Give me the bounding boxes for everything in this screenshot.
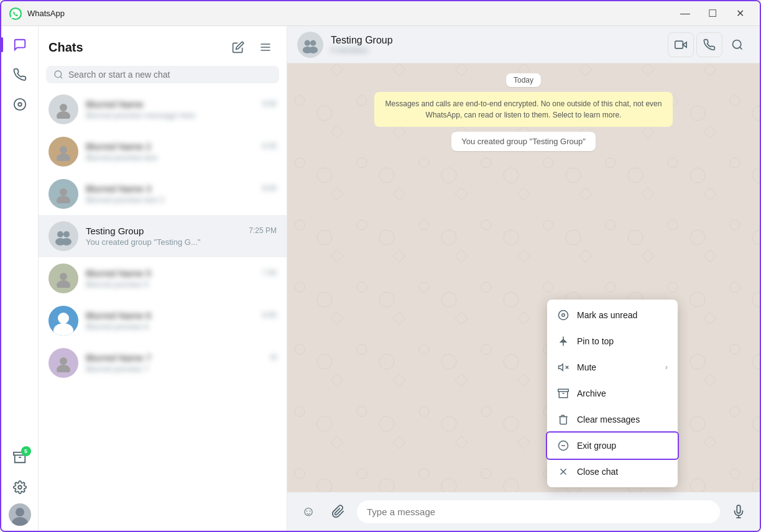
chat-messages: Today Messages and calls are end-to-end … bbox=[287, 63, 760, 492]
chat-item[interactable]: Blurred Name 5 7:00 Blurred preview 5 bbox=[39, 257, 287, 300]
chat-name: Blurred Name 2 bbox=[86, 141, 151, 152]
app-body: 5 Chats bbox=[1, 26, 760, 531]
app-title: WhatsApp bbox=[27, 9, 673, 18]
svg-point-19 bbox=[57, 196, 70, 203]
titlebar: WhatsApp — ☐ ✕ bbox=[1, 1, 760, 26]
chat-item[interactable]: Blurred Name 3 8:00 Blurred preview text… bbox=[39, 173, 287, 215]
submenu-arrow: › bbox=[665, 363, 668, 372]
chat-item[interactable]: Blurred Name 2 8:30 Blurred preview text bbox=[39, 131, 287, 173]
chat-info: Blurred Name 6 6:00 Blurred preview 6 bbox=[86, 310, 277, 332]
svg-point-20 bbox=[57, 231, 63, 237]
nav-archive[interactable]: 5 bbox=[6, 444, 34, 471]
video-call-button[interactable] bbox=[668, 32, 694, 57]
svg-point-18 bbox=[60, 188, 67, 196]
exit-icon bbox=[557, 439, 570, 452]
nav-settings[interactable] bbox=[6, 474, 34, 501]
avatar bbox=[48, 179, 78, 209]
context-menu: Mark as unread Pin to top bbox=[547, 300, 678, 487]
app-window: WhatsApp — ☐ ✕ bbox=[0, 0, 761, 532]
search-icon bbox=[53, 70, 63, 80]
chat-item[interactable]: Blurred Name 7 M Blurred preview 7 bbox=[39, 342, 287, 384]
chat-list-header: Chats bbox=[39, 26, 287, 63]
svg-point-29 bbox=[60, 357, 67, 365]
attach-button[interactable] bbox=[327, 500, 349, 523]
voice-message-button[interactable] bbox=[727, 500, 750, 523]
svg-point-17 bbox=[57, 154, 70, 161]
svg-point-2 bbox=[18, 103, 22, 106]
svg-point-1 bbox=[14, 99, 25, 110]
search-input[interactable] bbox=[68, 70, 272, 80]
svg-rect-49 bbox=[558, 389, 569, 392]
minimize-button[interactable]: — bbox=[673, 4, 698, 24]
chat-preview: Blurred preview text 3 bbox=[86, 195, 164, 204]
chat-item[interactable]: Blurred Name 6 6:00 Blurred preview 6 bbox=[39, 300, 287, 342]
archive-badge: 5 bbox=[21, 446, 31, 456]
chat-name: Blurred Name 5 bbox=[86, 268, 151, 278]
archive-icon bbox=[557, 387, 570, 400]
svg-point-30 bbox=[57, 365, 70, 372]
menu-label: Pin to top bbox=[577, 336, 614, 346]
chat-items: Blurred Name 9:00 Blurred preview messag… bbox=[39, 88, 287, 531]
menu-label: Mark as unread bbox=[577, 310, 637, 320]
chat-info: Blurred Name 3 8:00 Blurred preview text… bbox=[86, 183, 277, 205]
svg-rect-39 bbox=[675, 41, 683, 48]
menu-label: Mute bbox=[577, 362, 596, 372]
nav-chats[interactable] bbox=[6, 31, 34, 58]
chat-item[interactable]: Blurred Name 9:00 Blurred preview messag… bbox=[39, 88, 287, 131]
svg-point-7 bbox=[16, 508, 24, 516]
svg-point-35 bbox=[310, 40, 316, 45]
menu-item-mark-unread[interactable]: Mark as unread bbox=[547, 302, 678, 328]
menu-item-pin-to-top[interactable]: Pin to top bbox=[547, 328, 678, 354]
chat-list-icons bbox=[227, 36, 277, 58]
chat-header-actions bbox=[668, 32, 750, 57]
chat-info: Blurred Name 2 8:30 Blurred preview text bbox=[86, 141, 277, 163]
chat-preview: Blurred preview message here bbox=[86, 111, 195, 120]
avatar bbox=[48, 94, 78, 124]
chat-header-avatar[interactable] bbox=[297, 32, 323, 58]
voice-call-button[interactable] bbox=[696, 32, 722, 57]
chat-time: 6:00 bbox=[262, 311, 277, 319]
emoji-button[interactable]: ☺ bbox=[297, 500, 320, 523]
menu-item-archive[interactable]: Archive bbox=[547, 380, 678, 406]
menu-item-mute[interactable]: Mute › bbox=[547, 354, 678, 380]
search-messages-button[interactable] bbox=[725, 32, 750, 57]
compose-button[interactable] bbox=[227, 36, 249, 58]
svg-point-16 bbox=[60, 146, 67, 154]
menu-label: Exit group bbox=[577, 441, 616, 451]
chat-info: Testing Group 7:25 PM You created group … bbox=[86, 226, 277, 247]
svg-marker-38 bbox=[683, 42, 686, 47]
menu-item-close-chat[interactable]: Close chat bbox=[547, 459, 678, 485]
chat-list-title: Chats bbox=[48, 40, 83, 55]
maximize-button[interactable]: ☐ bbox=[700, 4, 725, 24]
message-input[interactable] bbox=[357, 500, 720, 523]
app-icon bbox=[9, 7, 22, 21]
chat-preview: Blurred preview 6 bbox=[86, 322, 149, 331]
testing-group-chat-item[interactable]: Testing Group 7:25 PM You created group … bbox=[39, 215, 287, 257]
chat-info: Blurred Name 9:00 Blurred preview messag… bbox=[86, 99, 277, 121]
chat-info: Blurred Name 7 M Blurred preview 7 bbox=[86, 352, 277, 374]
chat-time: 7:00 bbox=[262, 268, 277, 277]
chat-header-name: Testing Group bbox=[331, 35, 660, 46]
chat-time: M bbox=[270, 353, 277, 362]
svg-point-12 bbox=[55, 71, 62, 78]
chat-header-info[interactable]: Testing Group 4 members bbox=[331, 35, 660, 55]
search-bar[interactable] bbox=[46, 66, 279, 83]
chat-name: Blurred Name 6 bbox=[86, 310, 151, 321]
header-group-icon bbox=[302, 36, 319, 53]
menu-item-clear-messages[interactable]: Clear messages bbox=[547, 406, 678, 433]
group-icon bbox=[54, 227, 73, 245]
filter-button[interactable] bbox=[254, 36, 277, 58]
close-button[interactable]: ✕ bbox=[727, 4, 752, 24]
menu-item-exit-group[interactable]: Exit group bbox=[547, 433, 678, 459]
clear-icon bbox=[557, 413, 570, 426]
chat-time: 7:25 PM bbox=[249, 226, 277, 235]
chat-time: 9:00 bbox=[262, 99, 277, 108]
nav-status[interactable] bbox=[6, 91, 34, 118]
chat-name: Blurred Name bbox=[86, 99, 144, 109]
chat-main: Testing Group 4 members bbox=[287, 26, 760, 531]
user-avatar[interactable] bbox=[9, 503, 31, 526]
chat-info: Blurred Name 5 7:00 Blurred preview 5 bbox=[86, 268, 277, 290]
nav-calls[interactable] bbox=[6, 61, 34, 88]
menu-label: Archive bbox=[577, 388, 606, 398]
svg-point-25 bbox=[57, 280, 70, 288]
